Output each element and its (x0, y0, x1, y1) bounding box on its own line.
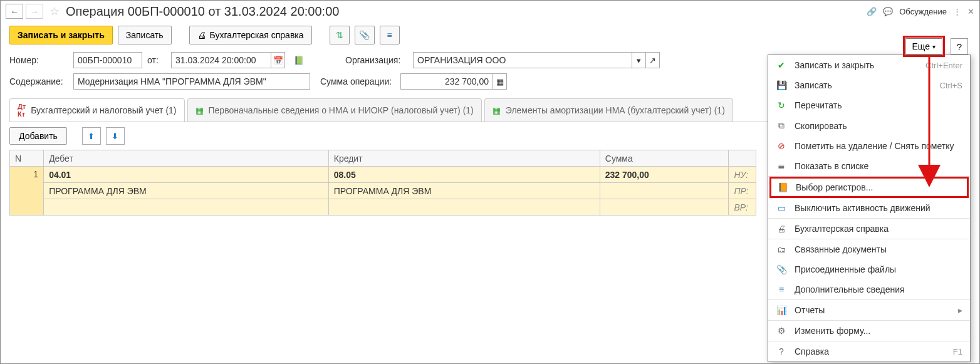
menu-disable-activity[interactable]: ▭ Выключить активность движений (768, 198, 970, 219)
menu-attached-files[interactable]: 📎 Присоединенные файлы (768, 259, 970, 279)
menu-change-form[interactable]: ⚙ Изменить форму... (768, 321, 970, 341)
menu-help[interactable]: ? Справка F1 (768, 341, 970, 361)
dropdown-icon[interactable]: ▾ (632, 52, 646, 68)
write-button[interactable]: Записать (118, 26, 172, 44)
sum-input[interactable]: 232 700,00 (400, 73, 493, 90)
table-row[interactable]: ВР: (10, 199, 756, 216)
col-credit: Кредит (328, 150, 600, 167)
info-icon: ≡ (776, 284, 787, 294)
attach-button[interactable]: 📎 (355, 26, 375, 44)
clip-icon: 📎 (776, 264, 787, 274)
dt-kt-icon: ДтКт (18, 103, 26, 118)
move-down-button[interactable]: ⬇ (106, 127, 125, 145)
reload-icon: ↻ (776, 100, 787, 110)
move-up-button[interactable]: ⬆ (82, 127, 101, 145)
more-button[interactable]: Еще▾ (905, 38, 943, 55)
from-label: от: (147, 55, 166, 65)
table-icon: ▦ (493, 105, 501, 115)
col-debit: Дебет (44, 150, 329, 167)
col-sum: Сумма (600, 150, 729, 167)
print-icon: 🖨 (197, 30, 206, 40)
more-button-highlight: Еще▾ (903, 36, 946, 57)
menu-additional-info[interactable]: ≡ Дополнительные сведения (768, 279, 970, 300)
gear-icon: ⚙ (776, 326, 787, 336)
menu-write-close[interactable]: ✔ Записать и закрыть Ctrl+Enter (768, 55, 970, 75)
table-row[interactable]: ПРОГРАММА ДЛЯ ЭВМ ПРОГРАММА ДЛЯ ЭВМ ПР: (10, 183, 756, 199)
tab-accounting[interactable]: ДтКт Бухгалтерский и налоговый учет (1) (9, 98, 185, 122)
menu-related-docs[interactable]: 🗂 Связанные документы (768, 239, 970, 259)
menu-print-ref[interactable]: 🖨 Бухгалтерская справка (768, 219, 970, 239)
menu-write[interactable]: 💾 Записать Ctrl+S (768, 75, 970, 95)
list-icon: ≣ (776, 161, 787, 171)
close-icon[interactable]: ✕ (967, 7, 974, 16)
table-icon: ▦ (195, 105, 204, 115)
entries-table: N Дебет Кредит Сумма 1 04.01 08.05 232 7… (9, 150, 756, 216)
write-close-button[interactable]: Записать и закрыть (9, 26, 113, 44)
number-input[interactable]: 00БП-000010 (73, 52, 142, 68)
content-label: Содержание: (9, 76, 68, 86)
calendar-icon[interactable]: 📅 (271, 52, 285, 68)
help-icon: ? (776, 346, 787, 356)
posted-icon: 📗 (294, 56, 304, 65)
registers-icon: 📙 (777, 182, 788, 192)
info-button[interactable]: ≡ (380, 26, 400, 44)
discuss-icon[interactable]: 💬 (883, 7, 893, 16)
print-icon: 🖨 (776, 224, 787, 234)
save-icon: 💾 (776, 80, 787, 90)
menu-mark-delete[interactable]: ⊘ Пометить на удаление / Снять пометку (768, 136, 970, 156)
delete-mark-icon: ⊘ (776, 141, 787, 151)
calc-icon[interactable]: ▦ (493, 73, 507, 90)
docs-icon: 🗂 (776, 244, 787, 254)
favorite-icon[interactable]: ☆ (50, 4, 60, 18)
dt-kt-button[interactable]: ⇅ (330, 26, 350, 44)
date-input[interactable]: 31.03.2024 20:00:00 (171, 52, 271, 68)
discuss-label[interactable]: Обсуждение (899, 7, 947, 16)
sum-label: Сумма операции: (320, 76, 395, 86)
check-icon: ✔ (776, 60, 787, 70)
nav-forward-button[interactable]: → (26, 4, 43, 19)
org-input[interactable]: ОРГАНИЗАЦИЯ ООО (413, 52, 632, 68)
tab-amortization[interactable]: ▦ Элементы амортизации НМА (бухгалтерски… (484, 98, 733, 122)
more-dropdown: ✔ Записать и закрыть Ctrl+Enter 💾 Записа… (768, 55, 971, 362)
menu-copy[interactable]: ⧉ Скопировать (768, 115, 970, 136)
activity-icon: ▭ (776, 203, 787, 213)
org-label: Организация: (345, 55, 408, 65)
reports-icon: 📊 (776, 305, 787, 315)
table-row[interactable]: 1 04.01 08.05 232 700,00 НУ: (10, 167, 756, 183)
number-label: Номер: (9, 55, 68, 65)
add-row-button[interactable]: Добавить (9, 127, 67, 145)
kebab-icon[interactable]: ⋮ (953, 7, 961, 16)
copy-icon: ⧉ (776, 120, 787, 131)
menu-reread[interactable]: ↻ Перечитать (768, 95, 970, 115)
nav-back-button[interactable]: ← (6, 4, 23, 19)
link-icon[interactable]: 🔗 (867, 7, 877, 16)
menu-choose-registers[interactable]: 📙 Выбор регистров... (769, 177, 969, 198)
menu-reports[interactable]: 📊 Отчеты ▸ (768, 300, 970, 321)
print-reference-button[interactable]: 🖨 Бухгалтерская справка (189, 26, 312, 44)
col-n: N (10, 150, 44, 167)
content-input[interactable]: Модернизация НМА "ПРОГРАММА ДЛЯ ЭВМ" (73, 73, 310, 90)
help-button[interactable]: ? (951, 38, 968, 55)
page-title: Операция 00БП-000010 от 31.03.2024 20:00… (66, 4, 339, 19)
tab-nma-initial[interactable]: ▦ Первоначальные сведения о НМА и НИОКР … (187, 98, 482, 122)
menu-show-in-list[interactable]: ≣ Показать в списке (768, 156, 970, 177)
open-org-icon[interactable]: ↗ (646, 52, 660, 68)
